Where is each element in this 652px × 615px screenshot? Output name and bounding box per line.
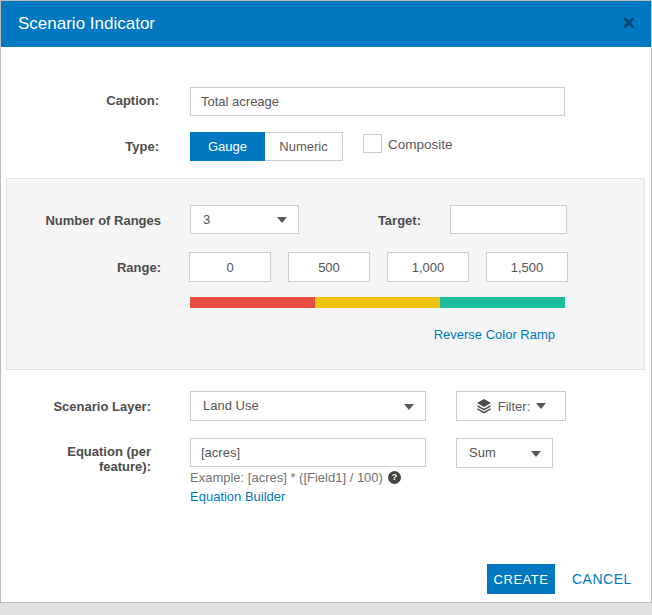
- color-ramp: [190, 297, 565, 308]
- cancel-button[interactable]: CANCEL: [572, 571, 632, 587]
- composite-label: Composite: [388, 137, 508, 152]
- dialog-title: Scenario Indicator: [18, 1, 155, 47]
- equation-builder-link[interactable]: Equation Builder: [190, 489, 285, 504]
- range-input-1[interactable]: [189, 252, 271, 282]
- composite-checkbox[interactable]: [363, 134, 382, 153]
- range-input-4[interactable]: [486, 252, 568, 282]
- chevron-down-icon: [536, 403, 546, 409]
- number-of-ranges-dropdown[interactable]: 3: [190, 205, 299, 234]
- range-input-3[interactable]: [387, 252, 469, 282]
- chevron-down-icon: [277, 217, 287, 223]
- filter-label: Filter:: [498, 399, 531, 414]
- scenario-layer-dropdown[interactable]: Land Use: [190, 391, 426, 421]
- scenario-layer-label: Scenario Layer:: [21, 399, 151, 414]
- color-ramp-segment-green: [440, 297, 565, 308]
- help-icon[interactable]: ?: [388, 471, 401, 484]
- color-ramp-segment-yellow: [315, 297, 440, 308]
- close-icon[interactable]: ✕: [622, 14, 636, 34]
- caption-input[interactable]: [190, 87, 565, 116]
- caption-label: Caption:: [41, 93, 159, 108]
- range-input-2[interactable]: [288, 252, 370, 282]
- equation-example: Example: [acres] * ([Field1] / 100) ?: [190, 470, 401, 485]
- dialog-header: Scenario Indicator ✕: [1, 1, 651, 47]
- scenario-indicator-dialog: Scenario Indicator ✕ Caption: Type: Gaug…: [0, 0, 652, 603]
- equation-label: Equation (per feature):: [21, 444, 151, 474]
- scenario-layer-value: Land Use: [203, 392, 259, 420]
- layers-icon: [476, 398, 492, 414]
- target-input[interactable]: [450, 205, 567, 234]
- reverse-color-ramp-link[interactable]: Reverse Color Ramp: [315, 327, 555, 342]
- chevron-down-icon: [531, 451, 541, 457]
- type-label: Type:: [41, 139, 159, 154]
- target-label: Target:: [331, 213, 421, 228]
- number-of-ranges-label: Number of Ranges: [21, 213, 161, 228]
- aggregation-value: Sum: [469, 439, 496, 467]
- type-option-numeric[interactable]: Numeric: [265, 132, 343, 161]
- chevron-down-icon: [404, 404, 414, 410]
- filter-button[interactable]: Filter:: [456, 391, 566, 421]
- range-label: Range:: [41, 260, 161, 275]
- equation-input[interactable]: [190, 438, 426, 467]
- number-of-ranges-value: 3: [203, 206, 210, 233]
- type-option-gauge[interactable]: Gauge: [190, 132, 265, 161]
- create-button[interactable]: CREATE: [487, 564, 555, 594]
- color-ramp-segment-red: [190, 297, 315, 308]
- aggregation-dropdown[interactable]: Sum: [456, 438, 553, 468]
